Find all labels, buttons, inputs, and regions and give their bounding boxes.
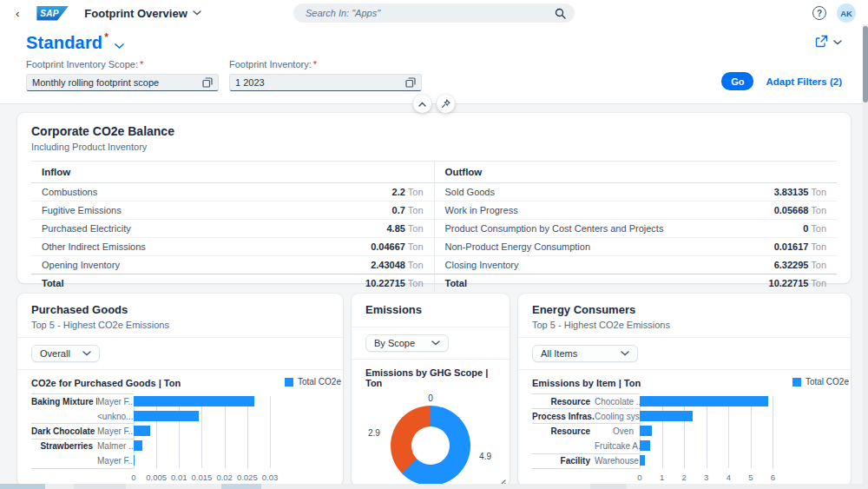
outflow-table: Outflow Sold Goods3.83135 TonWork in Pro… [435,162,838,292]
balance-row: Sold Goods3.83135 Ton [435,183,838,202]
balance-row-name: Fugitive Emissions [42,205,122,215]
bar-row: StrawberriesMalmer ... [31,439,334,453]
balance-row-number: 3.83135 [774,187,809,197]
balance-row-name: Total [445,278,467,288]
shell-header: ‹ SAP Footprint Overview ? AK [0,0,868,26]
filter-inventory: Footprint Inventory:* [229,59,422,91]
bar-labels-endline [31,468,134,469]
balance-row-value: 10.22715 Ton [365,278,423,288]
balance-row-number: 4.85 [386,223,404,234]
shell-search[interactable] [293,3,575,23]
bar-group-label: Baking Mixture Bi... [31,397,97,406]
balance-row-name: Combustions [42,187,97,197]
balance-row-number: 6.32295 [774,260,809,270]
resize-handle[interactable] [497,474,506,483]
bar-item-label: Oven [595,426,640,436]
go-button[interactable]: Go [721,72,753,90]
bar-row: <unkno... [31,408,334,423]
balance-row-number: 10.22715 [769,278,809,288]
purchased-goods-filter-dropdown[interactable]: Overall [31,345,100,362]
user-avatar[interactable]: AK [837,3,856,23]
emissions-filter-dropdown[interactable]: By Scope [365,334,449,352]
inventory-input[interactable] [235,77,405,88]
balance-row: Total10.22715 Ton [435,274,838,292]
bar[interactable] [640,440,650,451]
back-icon[interactable]: ‹ [12,7,23,20]
required-marker: * [140,59,143,69]
bar-item-label: Mayer F... [97,456,134,466]
help-icon[interactable]: ? [812,6,826,20]
balance-row-number: 2.2 [392,187,405,197]
value-help-icon[interactable] [405,77,416,88]
balance-row: Opening Inventory2.43048 Ton [31,256,434,274]
bar-track [134,453,280,468]
sap-logo[interactable]: SAP [36,6,69,21]
balance-row-name: Purchased Electricity [42,223,131,234]
bar-row: FacilityWarehouse ... [532,453,842,468]
adapt-filters-link[interactable]: Adapt Filters (2) [766,76,842,87]
balance-row-value: 4.85 Ton [386,223,423,234]
bar[interactable] [134,440,142,451]
required-marker: * [313,59,317,69]
bar[interactable] [640,455,645,466]
balance-row-value: 0.7 Ton [392,205,424,215]
outflow-header: Outflow [435,162,838,183]
x-axis-tick: 0.03 [262,472,279,482]
chevron-down-icon[interactable] [833,40,842,45]
search-input[interactable] [306,8,555,18]
scope-input[interactable] [32,77,202,88]
balance-row-unit: Ton [808,223,826,234]
bar-group-label: Facility [532,456,595,466]
legend-swatch [285,378,293,387]
app-title-menu[interactable]: Footprint Overview [84,7,201,20]
bar-row-labels: Baking Mixture Bi...Mayer F... [31,393,134,408]
x-axis-tick: 4 [727,472,731,482]
pin-icon[interactable] [437,95,455,113]
bar-track [134,408,280,423]
balance-row-value: 10.22715 Ton [769,278,826,288]
balance-row-name: Product Consumption by Cost Centers and … [445,223,664,234]
bar[interactable] [640,411,693,421]
balance-row-value: 0.01617 Ton [774,241,826,252]
energy-consumers-filter-dropdown[interactable]: All Items [532,345,638,362]
analytics-cards-row: Purchased Goods Top 5 - Highest CO2e Emi… [17,294,851,486]
variant-title: Standard [26,33,102,53]
x-axis-tick: 6 [771,472,775,482]
bar[interactable] [134,426,150,436]
balance-row-name: Total [42,278,63,288]
dropdown-value: All Items [541,348,577,359]
scrollbar[interactable] [863,24,868,489]
x-axis: 00.0050.010.0150.020.0250.03 [134,469,280,483]
balance-row: Total10.22715 Ton [31,274,434,292]
donut[interactable] [391,406,470,486]
balance-row: Purchased Electricity4.85 Ton [31,220,434,238]
share-icon[interactable] [815,35,828,51]
balance-row-number: 0.01617 [774,241,809,252]
search-icon[interactable] [555,8,566,19]
balance-row: Closing Inventory6.32295 Ton [435,256,838,274]
bar[interactable] [640,426,652,436]
chevron-down-icon[interactable] [115,43,124,50]
x-axis-tick: 5 [748,472,753,482]
chevron-down-icon [193,10,201,16]
inflow-table: Inflow Combustions2.2 TonFugitive Emissi… [31,162,435,292]
bar[interactable] [134,455,135,466]
balance-row: Fugitive Emissions0.7 Ton [31,202,434,220]
variant-selector[interactable]: Standard * [26,33,108,53]
bar[interactable] [134,396,254,406]
bar[interactable] [640,396,768,406]
bar-row: Fruitcake A... [532,439,842,453]
balance-row-unit: Ton [405,241,424,252]
scrollbar-thumb[interactable] [863,26,868,102]
chart-title: Emissions by GHG Scope | Ton [352,360,510,392]
value-help-icon[interactable] [202,77,213,88]
legend-label: Total CO2e [806,377,849,387]
bar-track [640,408,783,423]
card-subtitle: Top 5 - Highest CO2e Emissions [532,320,837,330]
bar-track [640,439,783,453]
bar[interactable] [134,411,199,421]
collapse-header-button[interactable] [413,95,431,113]
bar-group-label: Process Infras... [532,412,595,421]
corporate-balance-card: Corporate CO2e Balance Including Product… [17,113,851,283]
balance-row-value: 0.05668 Ton [774,205,826,215]
